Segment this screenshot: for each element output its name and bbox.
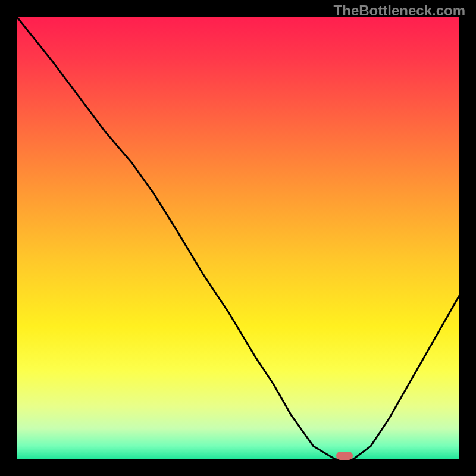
optimal-marker bbox=[336, 452, 353, 460]
bottleneck-curve bbox=[17, 17, 459, 459]
curve-path bbox=[17, 17, 459, 459]
chart-container: TheBottleneck.com bbox=[0, 0, 476, 476]
plot-area bbox=[17, 17, 459, 459]
watermark-text: TheBottleneck.com bbox=[334, 2, 465, 19]
